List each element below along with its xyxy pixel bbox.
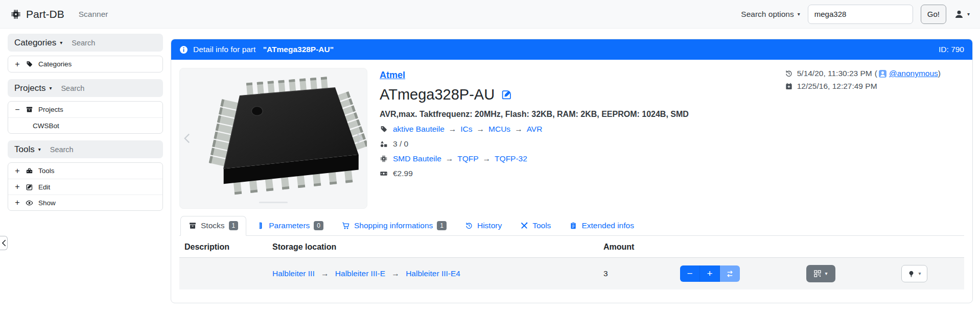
sidebar-tools-dropdown[interactable]: Tools ▾: [14, 144, 41, 155]
tree-expand-toggle[interactable]: +: [14, 198, 20, 207]
tree-expand-toggle[interactable]: +: [14, 182, 20, 191]
categories-search-input[interactable]: [72, 39, 143, 47]
arrow-right-icon: →: [483, 154, 491, 163]
tree-item-show[interactable]: + Show: [8, 195, 162, 210]
tag-icon: [26, 60, 33, 68]
column-header-amount: Amount: [598, 236, 675, 258]
tree-item-cwsbot[interactable]: CWSBot: [8, 117, 162, 133]
carousel-next-icon[interactable]: [357, 133, 363, 146]
history-icon: [785, 69, 793, 78]
user-icon: [954, 9, 964, 19]
manufacturer-link[interactable]: Atmel: [380, 70, 405, 80]
tab-label: Tools: [532, 221, 551, 230]
part-detail-header: Detail info for part "ATmega328P-AU" ID:…: [171, 39, 972, 60]
footprint-link[interactable]: SMD Bauteile: [393, 154, 441, 163]
money-bill-icon: [380, 169, 388, 178]
category-breadcrumb: aktive Bauteile → ICs → MCUs → AVR: [380, 125, 964, 134]
stock-table-row: Halbleiter III → Halbleiter III-E → Halb…: [179, 258, 964, 290]
sidebar-categories-dropdown[interactable]: Categories ▾: [14, 38, 62, 48]
tab-history[interactable]: History: [457, 216, 510, 236]
tab-badge: 1: [229, 221, 239, 230]
footprint-breadcrumb: SMD Bauteile → TQFP → TQFP-32: [380, 154, 964, 163]
tab-tools[interactable]: Tools: [512, 216, 559, 236]
caret-down-icon: ▾: [49, 86, 52, 91]
sidebar-projects-dropdown[interactable]: Projects ▾: [14, 83, 52, 93]
tree-collapse-toggle[interactable]: −: [14, 105, 20, 114]
tree-item-edit[interactable]: + Edit: [8, 179, 162, 195]
label-qr-dropdown-button[interactable]: ▾: [806, 265, 835, 282]
avatar-icon: [878, 69, 887, 78]
app-brand[interactable]: Part-DB: [10, 8, 64, 20]
header-text: Detail info for part: [193, 45, 258, 54]
go-button[interactable]: Go!: [921, 5, 946, 24]
screwdriver-wrench-icon: [520, 222, 528, 230]
sidebar-collapse-handle[interactable]: [0, 236, 8, 250]
tree-item-label: Categories: [38, 60, 72, 68]
microchip-icon: [380, 155, 388, 163]
tree-item-label: Tools: [38, 167, 55, 175]
projects-search-input[interactable]: [61, 84, 132, 92]
storage-location-cell: Halbleiter III → Halbleiter III-E → Halb…: [267, 258, 598, 290]
category-link[interactable]: AVR: [527, 125, 543, 134]
sidebar-section-title: Projects: [14, 83, 45, 93]
storage-location-link[interactable]: Halbleiter III-E: [335, 269, 385, 278]
column-header-description: Description: [179, 236, 267, 258]
caret-down-icon: ▾: [967, 12, 970, 17]
part-title: ATmega328P-AU: [380, 86, 495, 103]
arrow-right-icon: →: [446, 154, 454, 163]
suggestions-dropdown-button[interactable]: ▾: [901, 265, 927, 282]
footprint-link[interactable]: TQFP: [457, 154, 478, 163]
sidebar-section-projects: Projects ▾ − Projects CWSBot: [8, 79, 163, 134]
toolbox-icon: [26, 167, 33, 175]
tab-extended-infos[interactable]: Extended infos: [561, 216, 642, 236]
arrow-right-icon: →: [515, 125, 523, 134]
tab-label: History: [477, 221, 502, 230]
user-menu-dropdown[interactable]: ▾: [954, 9, 970, 19]
ruler-icon: [256, 222, 265, 230]
tab-shopping-informations[interactable]: Shopping informations 1: [334, 216, 455, 236]
top-navbar: Part-DB Scanner Search options ▾ Go! ▾: [0, 0, 980, 29]
tree-item-categories[interactable]: + Categories: [8, 56, 162, 72]
calendar-plus-icon: [785, 82, 793, 90]
tools-search-input[interactable]: [50, 146, 122, 154]
increase-stock-button[interactable]: +: [700, 265, 720, 282]
tab-parameters[interactable]: Parameters 0: [248, 216, 332, 236]
footprint-link[interactable]: TQFP-32: [495, 154, 527, 163]
part-image-carousel[interactable]: [179, 68, 367, 209]
app-title: Part-DB: [26, 8, 64, 20]
price-value: €2.99: [393, 169, 413, 178]
tree-item-tools[interactable]: + Tools: [8, 163, 162, 179]
part-description: AVR,max. Taktfrequenz: 20MHz, Flash: 32K…: [380, 110, 964, 119]
part-tabs: Stocks 1 Parameters 0: [179, 216, 964, 236]
sidebar-section-title: Tools: [14, 144, 35, 155]
info-circle-icon: [179, 45, 188, 54]
carousel-prev-icon[interactable]: [183, 133, 190, 146]
tab-badge: 0: [314, 221, 323, 230]
search-input[interactable]: [808, 5, 913, 24]
arrow-right-icon: →: [477, 125, 485, 134]
nav-link-scanner[interactable]: Scanner: [79, 10, 108, 19]
qr-code-icon: [813, 270, 822, 278]
category-link[interactable]: aktive Bauteile: [393, 125, 445, 134]
eye-icon: [26, 199, 33, 207]
modified-by-user-link[interactable]: @anonymous: [889, 69, 938, 78]
carousel-indicator[interactable]: [259, 202, 288, 203]
category-link[interactable]: MCUs: [488, 125, 510, 134]
storage-location-link[interactable]: Halbleiter III-E4: [406, 269, 460, 278]
tree-expand-toggle[interactable]: +: [14, 166, 20, 176]
lightbulb-icon: [907, 270, 915, 278]
storage-location-link[interactable]: Halbleiter III: [272, 269, 315, 278]
search-options-dropdown[interactable]: Search options ▾: [741, 10, 800, 19]
stock-adjust-button-group: − +: [680, 265, 740, 282]
move-stock-button[interactable]: [720, 265, 740, 282]
price-row: €2.99: [380, 169, 964, 178]
decrease-stock-button[interactable]: −: [680, 265, 700, 282]
tree-item-label: Show: [38, 199, 56, 207]
tree-item-projects[interactable]: − Projects: [8, 102, 162, 117]
stock-amount-value: 3 / 0: [393, 139, 408, 149]
tree-expand-toggle[interactable]: +: [14, 60, 20, 69]
category-link[interactable]: ICs: [460, 125, 472, 134]
tab-stocks[interactable]: Stocks 1: [180, 216, 246, 236]
arrow-right-icon: →: [449, 125, 457, 134]
edit-part-icon[interactable]: [501, 89, 512, 100]
